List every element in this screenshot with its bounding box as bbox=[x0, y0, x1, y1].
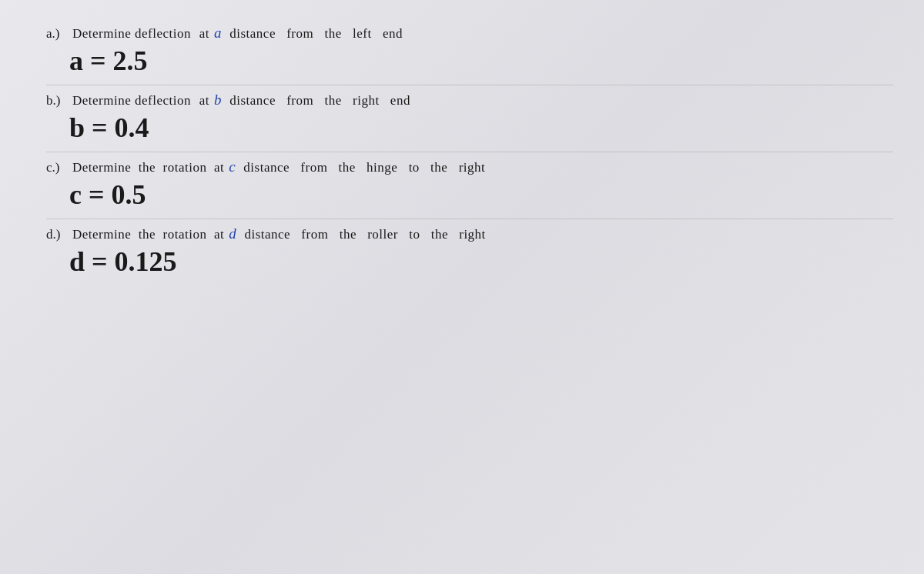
answer-b-var: b bbox=[69, 112, 85, 143]
section-d: d.) Determine the rotation at d distance… bbox=[46, 219, 893, 285]
problem-text-a-rest: distance from the left end bbox=[226, 26, 403, 42]
problem-text-d-rest: distance from the roller to the right bbox=[241, 227, 486, 242]
problem-text-a-determine: Determine deflection bbox=[72, 26, 191, 42]
variable-c: c bbox=[229, 159, 235, 175]
section-a: a.) Determine deflection at a distance f… bbox=[46, 14, 893, 85]
problem-text-a-at: at bbox=[196, 26, 209, 42]
answer-a-eq: = 2.5 bbox=[83, 45, 148, 76]
answer-c-var: c bbox=[69, 179, 82, 210]
problem-line-c: c.) Determine the rotation at c distance… bbox=[46, 159, 893, 175]
variable-a: a bbox=[214, 25, 222, 42]
answer-b-eq: = 0.4 bbox=[85, 112, 149, 143]
variable-d: d bbox=[229, 225, 236, 242]
problem-number-b: b.) bbox=[46, 93, 68, 108]
section-c: c.) Determine the rotation at c distance… bbox=[46, 152, 893, 219]
problem-text-b-at: at bbox=[196, 93, 209, 108]
problem-number-d: d.) bbox=[46, 227, 68, 242]
answer-c: c = 0.5 bbox=[69, 179, 893, 211]
variable-b: b bbox=[214, 92, 222, 108]
page: a.) Determine deflection at a distance f… bbox=[0, 0, 924, 574]
answer-d: d = 0.125 bbox=[69, 245, 893, 278]
problem-line-d: d.) Determine the rotation at d distance… bbox=[46, 225, 893, 242]
answer-a: a = 2.5 bbox=[69, 45, 893, 77]
answer-b: b = 0.4 bbox=[69, 112, 893, 144]
problem-text-b-determine: Determine deflection bbox=[72, 93, 191, 108]
problem-text-d-determine: Determine the rotation at bbox=[72, 227, 224, 242]
problem-text-c-rest: distance from the hinge to the right bbox=[240, 160, 486, 175]
answer-c-eq: = 0.5 bbox=[82, 179, 146, 210]
problem-number-c: c.) bbox=[46, 160, 68, 175]
answer-d-eq: = 0.125 bbox=[85, 246, 177, 277]
problem-line-a: a.) Determine deflection at a distance f… bbox=[46, 25, 893, 42]
problem-number-a: a.) bbox=[46, 26, 68, 42]
content-wrapper: a.) Determine deflection at a distance f… bbox=[46, 14, 893, 285]
answer-d-var: d bbox=[69, 246, 85, 277]
problem-text-c-determine: Determine the rotation at bbox=[72, 160, 224, 175]
section-b: b.) Determine deflection at b distance f… bbox=[46, 85, 893, 152]
problem-line-b: b.) Determine deflection at b distance f… bbox=[46, 92, 893, 108]
problem-text-b-rest: distance from the right end bbox=[226, 93, 410, 108]
answer-a-var: a bbox=[69, 45, 83, 76]
